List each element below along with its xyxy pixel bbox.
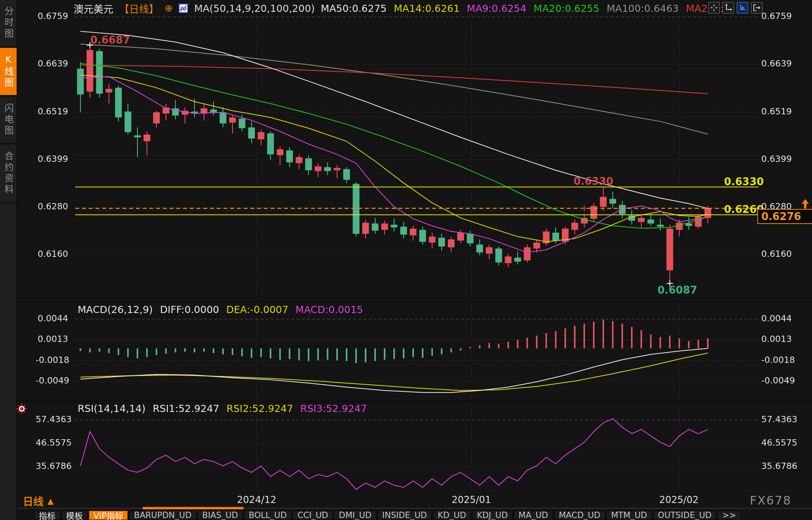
x-axis-label: 2025/02	[659, 494, 699, 505]
exit-panel-icon[interactable]	[751, 2, 762, 13]
axis-tick-label: 0.6759	[36, 11, 68, 21]
ma-value-label: MA50:0.6275	[321, 3, 387, 14]
axis-tick-label: 0.6639	[36, 59, 68, 68]
rsi-title: RSI(14,14,14)	[78, 403, 145, 414]
axis-tick-label: 0.0013	[761, 334, 792, 344]
indicator-tab[interactable]: KD_UD	[433, 511, 471, 520]
ma-value-label: MA9:0.6254	[467, 3, 526, 14]
indicator-tab[interactable]: >>	[717, 511, 741, 520]
indicator-tab[interactable]: BOLL_UD	[244, 511, 292, 520]
macd-diff-value: DIFF:0.0000	[160, 304, 219, 315]
last-price-value: 0.6276	[761, 211, 801, 222]
axis-tick-label: 35.6786	[761, 461, 797, 471]
sidebar-item[interactable]: 闪电图	[0, 97, 17, 145]
period-indicator[interactable]: 日线 ▲	[23, 493, 53, 508]
indicator-tab[interactable]: VIP指标	[89, 511, 128, 520]
low-price-label: 0.6087	[658, 284, 697, 296]
indicator-alert-icon[interactable]	[16, 403, 28, 416]
axis-tick-label: 0.6399	[36, 154, 68, 164]
axis-tick-label: -0.0049	[761, 376, 795, 385]
axis-tick-label: 0.0044	[36, 313, 68, 323]
axis-tick-label: 0.6280	[36, 201, 68, 211]
indicator-tab[interactable]: INSIDE_UD	[377, 511, 432, 520]
indicator-tab[interactable]: MTM_UD	[606, 511, 652, 520]
axis-tick-label: 46.5575	[36, 438, 68, 448]
left-sidebar: 分时图K线图闪电图合约资料	[0, 0, 17, 520]
axis-tick-label: -0.0049	[36, 376, 68, 385]
axis-tick-label: 0.0013	[36, 334, 68, 344]
indicator-tab[interactable]: BIAS_UD	[198, 511, 243, 520]
brand-watermark: FX678	[750, 493, 791, 507]
rsi3-value: RSI3:52.9247	[300, 403, 367, 414]
symbol-name: 澳元美元	[74, 1, 113, 15]
axis-tick-label: -0.0018	[36, 355, 68, 365]
axis-tick-label: 46.5575	[761, 438, 797, 448]
axis-tick-label: 35.6786	[36, 461, 68, 471]
price-chart-canvas[interactable]	[0, 0, 812, 520]
resistance-price-label: 0.6330	[574, 175, 613, 187]
ma-value-label: MA20:0.6255	[534, 3, 599, 14]
indicator-tab[interactable]: 指标	[34, 511, 60, 520]
chart-toolbar	[708, 2, 762, 13]
ma-settings-label: MA(50,14,9,20,100,200)	[194, 3, 315, 14]
h-scrollbar-thumb[interactable]	[143, 507, 244, 509]
axis-tick-label: 0.6160	[36, 249, 68, 259]
pane-separator	[17, 302, 812, 302]
trading-app-window: 分时图K线图闪电图合约资料 澳元美元 【日线】 ⊕ MA(50,14,9,20,…	[0, 0, 812, 520]
rsi-pane-header: RSI(14,14,14) RSI1:52.9247 RSI2:52.9247 …	[78, 403, 367, 414]
x-axis-label: 2024/12	[237, 494, 276, 505]
indicator-tab[interactable]: 模板	[61, 511, 88, 520]
sidebar-item[interactable]: 分时图	[0, 0, 17, 48]
chart-header: 澳元美元 【日线】 ⊕ MA(50,14,9,20,100,200) MA50:…	[74, 1, 724, 15]
macd-title: MACD(26,12,9)	[78, 304, 153, 315]
axis-tick-label: 57.4363	[36, 414, 68, 424]
pane-separator	[17, 401, 812, 401]
x-axis-label: 2025/01	[452, 494, 491, 505]
macd-pane-header: MACD(26,12,9) DIFF:0.0000 DEA:-0.0007 MA…	[78, 304, 363, 315]
indicator-tab[interactable]: MA_UD	[514, 511, 553, 520]
axis-tick-label: 0.6519	[36, 106, 68, 116]
axis-tick-label: 0.6519	[761, 106, 792, 116]
last-price-box: 0.6276	[757, 209, 812, 224]
axis-tick-label: 0.6160	[761, 249, 792, 259]
period-label: 日线	[23, 493, 44, 508]
indicator-tab[interactable]: OUTSIDE_UD	[653, 511, 717, 520]
ma-value-label: MA14:0.6261	[394, 3, 459, 14]
axis-tick-label: 0.0044	[761, 313, 792, 323]
indicator-tab-bar: 指标模板VIP指标BARUPDN_UDBIAS_UDBOLL_UDCCI_UDD…	[34, 511, 741, 520]
ma-values: MA50:0.6275MA14:0.6261MA9:0.6254MA20:0.6…	[321, 3, 724, 14]
sidebar-item[interactable]: 合约资料	[0, 145, 17, 204]
indicator-tab[interactable]: KDJ_UD	[472, 511, 513, 520]
axis-tick-label: 0.6399	[761, 154, 792, 164]
rsi1-value: RSI1:52.9247	[152, 403, 219, 414]
indicator-tab[interactable]: MACD_UD	[554, 511, 605, 520]
pane-layout-icon[interactable]	[708, 2, 720, 13]
indicator-tab[interactable]: DMI_UD	[334, 511, 376, 520]
high-price-label: 0.6687	[90, 34, 130, 46]
period-up-arrow-icon: ▲	[48, 496, 53, 506]
axis-tick-label: 0.6639	[761, 59, 792, 68]
ma-value-label: MA100:0.6463	[606, 3, 679, 14]
macd-macd-value: MACD:0.0015	[295, 304, 363, 315]
axis-scale-icon[interactable]	[722, 2, 734, 13]
h-scrollbar-track[interactable]	[17, 508, 812, 509]
rsi2-value: RSI2:52.9247	[227, 403, 293, 414]
sidebar-item[interactable]: K线图	[0, 48, 17, 97]
indicator-tab[interactable]: BARUPDN_UD	[129, 511, 196, 520]
axis-tick-label: -0.0018	[761, 355, 795, 365]
resistance-price-label-right: 0.6330	[724, 176, 764, 188]
axis-play-icon[interactable]	[737, 2, 748, 13]
period-tag[interactable]: 【日线】	[119, 1, 159, 15]
indicator-tab[interactable]: CCI_UD	[293, 511, 333, 520]
chart-type-icon[interactable]	[179, 4, 188, 13]
add-indicator-icon[interactable]: ⊕	[165, 3, 173, 14]
price-up-arrow-icon	[801, 198, 810, 211]
axis-tick-label: 0.6759	[761, 11, 792, 21]
macd-dea-value: DEA:-0.0007	[226, 304, 288, 315]
axis-tick-label: 57.4363	[761, 414, 797, 424]
